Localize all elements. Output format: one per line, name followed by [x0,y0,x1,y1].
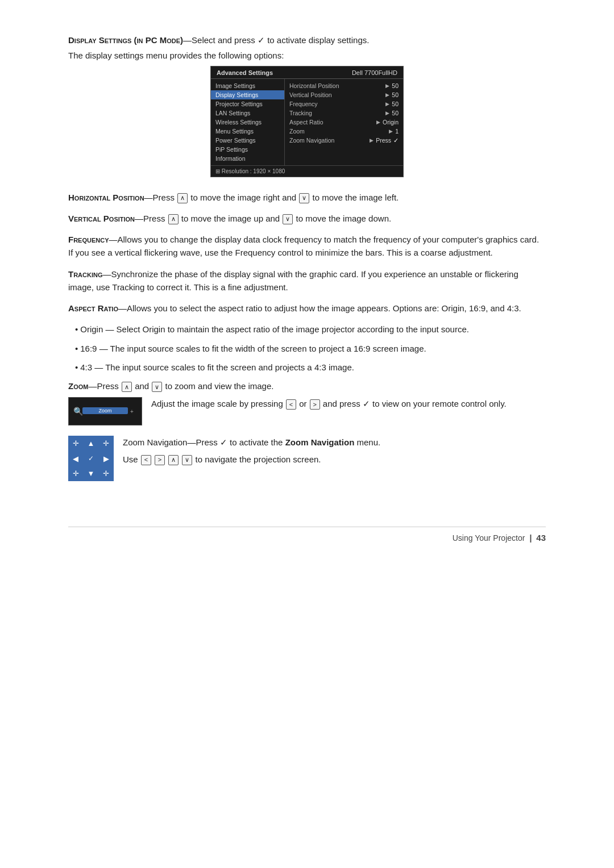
osd-right-row: Zoom Navigation▶Press ✓ [285,136,403,145]
osd-check-icon: ✓ [393,137,399,144]
page-footer: Using Your Projector | 43 [68,527,546,542]
zoom-left-btn: < [286,399,296,410]
zoom-nav-bold: Zoom Navigation [285,437,355,447]
osd-right-label: Tracking [289,110,312,116]
zoom-nav-image: ✛ ▲ ✛ ◀ ✓ ▶ ✛ ▼ ✛ [68,436,114,481]
osd-value-text: 50 [392,110,399,116]
osd-left-item: PiP Settings [211,145,284,154]
zoom-nav-text-block: Zoom Navigation—Press ✓ to activate the … [123,436,380,466]
zoom-section: Zoom—Press ∧ and ∨ to zoom and view the … [68,379,546,425]
osd-right-row: Horizontal Position▶50 [285,81,403,90]
osd-footer: ⊞ Resolution : 1920 × 1080 [211,165,403,177]
znav-bottomleft: ✛ [68,466,84,482]
osd-right-row: Frequency▶50 [285,99,403,108]
zoom-para: Zoom—Press ∧ and ∨ to zoom and view the … [68,379,546,393]
zoom-nav-para2: Use < > ∧ ∨ to navigate the projection s… [123,453,380,466]
vp-up-btn: ∧ [168,214,179,224]
znav-topleft: ✛ [68,436,84,451]
zoom-term: Zoom [68,381,88,391]
osd-left-item: Wireless Settings [211,118,284,127]
zoom-inline: 🔍 − Zoom + Adjust the image scale by pre… [68,397,546,425]
osd-right-row: Aspect Ratio▶Origin [285,118,403,127]
osd-right-value: ▶50 [385,91,399,98]
osd-right-row: Zoom▶1 [285,127,403,136]
osd-arrow-icon: ▶ [370,137,374,143]
zoom-nav-para1: Zoom Navigation—Press ✓ to activate the … [123,436,380,449]
page-number: 43 [536,533,546,542]
vp-term: Vertical Position [68,214,135,223]
aspect-ratio-para: Aspect Ratio—Allows you to select the as… [68,302,546,315]
osd-right-label: Aspect Ratio [289,119,323,126]
osd-footer-text: Resolution : 1920 × 1080 [222,168,285,174]
osd-right-label: Frequency [289,101,318,107]
osd-right-value: ▶50 [385,110,399,116]
zoom-nav-term: Zoom Navigation [123,437,187,447]
osd-left-item: Power Settings [211,136,284,145]
footer-separator: | [529,533,532,542]
osd-arrow-icon: ▶ [385,92,389,98]
zoom-nav-section: ✛ ▲ ✛ ◀ ✓ ▶ ✛ ▼ ✛ Zoom Navigation—Press … [68,436,546,481]
hp-down-btn: ∨ [299,193,309,203]
znav-up-btn: ∧ [168,455,179,465]
osd-arrow-icon: ▶ [385,101,389,107]
osd-col-right: Horizontal Position▶50Vertical Position▶… [285,79,403,165]
osd-footer-icon: ⊞ [215,168,220,174]
osd-col-left: Image SettingsDisplay SettingsProjector … [211,79,285,165]
osd-right-value: ▶1 [389,128,399,135]
osd-header: Advanced Settings Dell 7700FullHD [211,66,403,79]
znav-down-btn: ∨ [182,455,192,465]
znav-left-btn: < [141,455,151,465]
osd-value-text: 50 [392,91,399,98]
osd-right-value: ▶Press ✓ [370,137,399,144]
znav-bottomright: ✛ [98,466,114,482]
display-settings-heading: Display Settings (in PC Mode)—Select and… [68,34,546,47]
znav-topright: ✛ [98,436,114,451]
osd-body: Image SettingsDisplay SettingsProjector … [211,79,403,165]
osd-table: Advanced Settings Dell 7700FullHD Image … [210,66,404,177]
tracking-para: Tracking—Synchronize the phase of the di… [68,268,546,294]
track-term: Tracking [68,269,103,279]
znav-left: ◀ [68,451,84,466]
osd-right-row: Tracking▶50 [285,108,403,118]
zoom-down-btn: ∨ [152,382,162,392]
osd-value-text: 50 [392,82,399,89]
footer-label: Using Your Projector [453,533,525,542]
osd-left-item: Display Settings [211,90,284,99]
ar-term: Aspect Ratio [68,303,118,313]
osd-left-item: Menu Settings [211,127,284,136]
frequency-para: Frequency—Allows you to change the displ… [68,233,546,260]
zoom-up-btn: ∧ [122,382,132,392]
vertical-position-para: Vertical Position—Press ∧ to move the im… [68,212,546,225]
osd-right-value: ▶Origin [376,119,399,126]
znav-center-check: ✓ [84,451,99,466]
osd-right-label: Zoom [289,128,305,135]
osd-right-value: ▶50 [385,82,399,89]
osd-arrow-icon: ▶ [389,128,393,134]
zoom-right-btn: > [310,399,320,410]
osd-arrow-icon: ▶ [385,83,389,89]
osd-left-item: Image Settings [211,81,284,90]
osd-arrow-icon: ▶ [376,119,380,125]
bullet-169: 16:9 — The input source scales to fit th… [68,342,546,355]
osd-right-label: Zoom Navigation [289,137,334,144]
zoom-bar-label: Zoom [98,408,111,414]
osd-right-value: ▶50 [385,101,399,107]
zoom-side-text: Adjust the image scale by pressing < or … [151,397,507,410]
osd-value-text: Press [376,137,391,144]
zoom-bar: Zoom [82,407,128,414]
osd-left-item: LAN Settings [211,108,284,118]
display-settings-sub: The display settings menu provides the f… [68,51,546,60]
zoom-magnifier-icon: 🔍 [73,407,83,416]
hp-up-btn: ∧ [177,193,188,203]
znav-bottom: ▼ [84,466,99,482]
osd-value-text: 1 [395,128,399,135]
osd-right-label: Vertical Position [289,91,332,98]
zoom-widget-row: − Zoom + [77,407,134,415]
znav-right-btn: > [155,455,165,465]
bullet-43: 4:3 — The input source scales to fit the… [68,361,546,374]
hp-term: Horizontal Position [68,193,144,202]
osd-right-label: Horizontal Position [289,82,339,89]
znav-right: ▶ [98,451,114,466]
zoom-widget: 🔍 − Zoom + [68,397,142,425]
osd-value-text: 50 [392,101,399,107]
